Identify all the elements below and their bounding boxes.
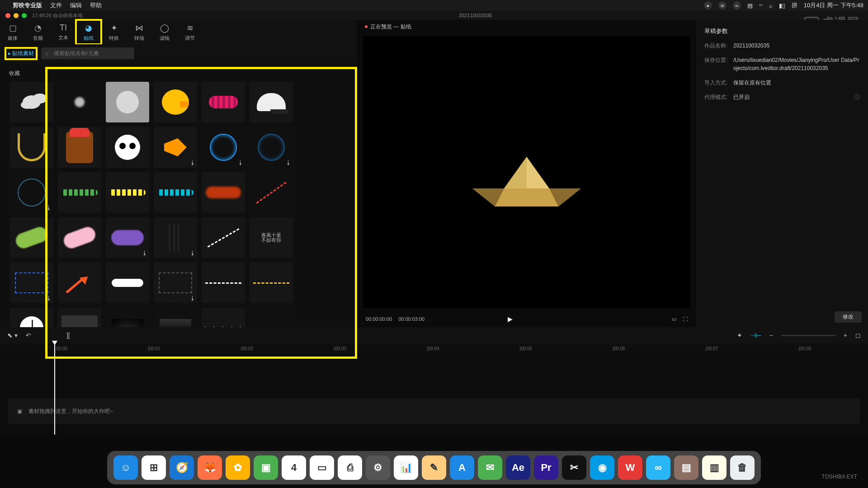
dock-app[interactable]: ✎	[422, 455, 446, 480]
battery-icon[interactable]: ▮▯	[779, 2, 785, 9]
sticker-item[interactable]: ⭳	[202, 127, 245, 168]
download-icon[interactable]: ⭳	[46, 205, 52, 211]
input-icon[interactable]: 拼	[792, 1, 797, 9]
cursor-tool[interactable]: ⬉ ▾	[7, 332, 18, 339]
sticker-item[interactable]	[106, 263, 149, 303]
preview-canvas[interactable]	[363, 36, 690, 308]
download-icon[interactable]: ⭳	[238, 160, 243, 166]
dock-app[interactable]: ✉	[478, 455, 502, 480]
dock-app[interactable]: ▤	[674, 455, 698, 480]
sticker-item[interactable]	[250, 263, 293, 303]
search-input[interactable]	[41, 47, 134, 59]
sticker-item[interactable]	[10, 82, 53, 122]
download-icon[interactable]: ⭳	[46, 295, 52, 301]
playhead[interactable]	[54, 343, 55, 435]
dock-app[interactable]: ◉	[590, 455, 614, 480]
dock-app[interactable]: ∞	[646, 455, 670, 480]
dock-app[interactable]: ⚙	[366, 455, 390, 480]
sticker-item[interactable]: 春風十里不如有你	[250, 217, 293, 258]
dock-app[interactable]: ▥	[702, 455, 726, 480]
dock-app[interactable]: Ae	[506, 455, 530, 480]
sticker-item[interactable]	[250, 82, 293, 122]
tab-sticker[interactable]: ◕贴纸	[76, 20, 101, 44]
download-icon[interactable]: ⭳	[190, 250, 195, 256]
tab-text[interactable]: TI文本	[51, 20, 76, 44]
zoom-out[interactable]: −	[769, 332, 773, 339]
menu-help[interactable]: 帮助	[90, 1, 102, 9]
sticker-item[interactable]	[250, 172, 293, 213]
wifi-icon[interactable]: ⌔	[759, 2, 763, 9]
window-traffic-lights[interactable]	[0, 13, 27, 18]
sticker-item[interactable]: ⭳	[154, 217, 197, 258]
dock-app[interactable]: 🧭	[170, 455, 194, 480]
download-icon[interactable]: ⭳	[286, 160, 291, 166]
sticker-item[interactable]: ⭳	[154, 127, 197, 168]
tab-audio[interactable]: ◔音频	[25, 20, 51, 44]
sticker-item[interactable]	[58, 263, 101, 303]
dock-app[interactable]: 🦊	[198, 455, 222, 480]
sticker-item[interactable]	[58, 127, 101, 168]
download-icon[interactable]: ⭳	[190, 160, 195, 166]
modify-button[interactable]: 修改	[835, 311, 862, 323]
sticker-item[interactable]	[202, 217, 245, 258]
dock-app[interactable]: ✂	[562, 455, 586, 480]
dock-app[interactable]: W	[618, 455, 642, 480]
timeline-tracks[interactable]: ▣ 素材拖拽到这里，开始你的大作吧~	[0, 353, 868, 435]
sticker-item[interactable]: ⭳	[10, 263, 53, 303]
sticker-item[interactable]	[106, 82, 149, 122]
sticker-item[interactable]: ⭳	[106, 217, 149, 258]
zoom-fit[interactable]: ◻	[855, 332, 861, 339]
fullscreen-button[interactable]: ⛶	[683, 316, 688, 322]
sticker-item[interactable]	[58, 217, 101, 258]
tab-transition[interactable]: ⋈转场	[127, 20, 152, 44]
sticker-item[interactable]: ⭳	[154, 263, 197, 303]
menu-edit[interactable]: 编辑	[70, 1, 82, 9]
search-icon[interactable]: ⌕	[769, 2, 773, 9]
sticker-item[interactable]	[202, 82, 245, 122]
app-name[interactable]: 剪映专业版	[13, 1, 42, 9]
dock-app[interactable]: 🗑	[730, 455, 755, 480]
sticker-item[interactable]	[10, 127, 53, 168]
tab-effect[interactable]: ✦特效	[101, 20, 127, 44]
control-center-icon[interactable]: ▤	[747, 2, 753, 9]
dock-app[interactable]: ▣	[254, 455, 278, 480]
dock-app[interactable]: ☺	[113, 455, 138, 480]
ratio-button[interactable]: ▭	[672, 316, 676, 322]
download-icon[interactable]: ⭳	[190, 295, 195, 301]
download-icon[interactable]: ⭳	[142, 250, 147, 256]
sidebar-category-sticker[interactable]: ▸ 贴纸素材	[5, 48, 37, 59]
play-button[interactable]: ▶	[508, 315, 513, 323]
dock-app[interactable]: 4	[282, 455, 306, 480]
dock-app[interactable]: ⊞	[142, 455, 166, 480]
info-icon[interactable]: ⓘ	[854, 93, 860, 101]
dock-app[interactable]: ▭	[310, 455, 334, 480]
status-icon[interactable]: ∞	[733, 1, 741, 9]
sticker-item[interactable]: ⭳	[250, 127, 293, 168]
snap-toggle[interactable]: ✦	[737, 332, 742, 339]
split-tool[interactable]: ]​[	[66, 332, 70, 339]
empty-track-hint[interactable]: ▣ 素材拖拽到这里，开始你的大作吧~	[8, 399, 860, 424]
dock-app[interactable]: ⎙	[338, 455, 362, 480]
sticker-item[interactable]: ⭳	[10, 172, 53, 213]
clock[interactable]: 10月4日 周一 下午5:48	[804, 1, 863, 9]
zoom-in[interactable]: +	[844, 332, 847, 339]
sticker-item[interactable]	[154, 172, 197, 213]
sticker-item[interactable]	[154, 82, 197, 122]
sticker-item[interactable]	[58, 172, 101, 213]
status-icon[interactable]: ●	[704, 1, 712, 9]
sticker-item[interactable]	[106, 172, 149, 213]
dock-app[interactable]: A	[450, 455, 474, 480]
sticker-item[interactable]	[202, 263, 245, 303]
sticker-item[interactable]	[202, 172, 245, 213]
menu-file[interactable]: 文件	[50, 1, 62, 9]
sticker-item[interactable]	[10, 217, 53, 258]
tab-adjust[interactable]: ≋调节	[177, 20, 203, 44]
magnet-toggle[interactable]: ⊣⊢	[750, 332, 761, 339]
dock-app[interactable]: ✿	[226, 455, 250, 480]
zoom-slider[interactable]	[781, 335, 835, 336]
dock-app[interactable]: Pr	[534, 455, 558, 480]
status-icon[interactable]: w	[718, 1, 726, 9]
sticker-item[interactable]	[106, 127, 149, 168]
timeline-ruler[interactable]: 00:00|00:01|00:02|00:03|00:04|00:05|00:0…	[0, 343, 868, 353]
external-drive-label[interactable]: TOSHIBA EXT	[822, 474, 857, 480]
